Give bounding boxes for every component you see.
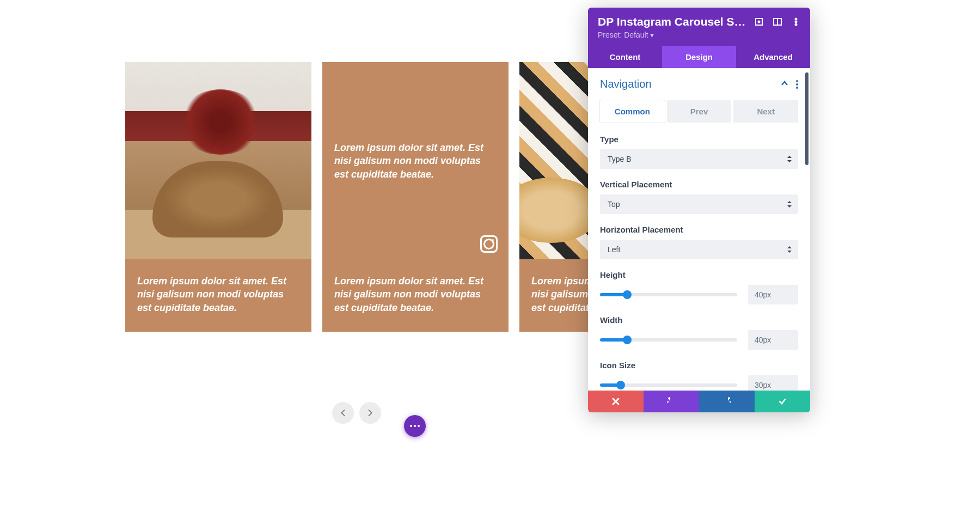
panel-scrollbar[interactable] <box>805 72 808 165</box>
width-slider[interactable] <box>600 338 737 342</box>
confirm-button[interactable] <box>755 391 810 412</box>
panel-body: Navigation Common Prev Next Type Type B … <box>588 68 810 391</box>
select-value: Type B <box>608 155 632 163</box>
slider-thumb[interactable] <box>623 336 632 344</box>
undo-icon <box>667 397 676 406</box>
svg-point-4 <box>795 19 797 20</box>
carousel-prev-button[interactable] <box>332 402 354 424</box>
field-label: Icon Size <box>600 361 798 370</box>
sort-caret-icon <box>787 156 792 162</box>
check-icon <box>778 397 787 406</box>
instagram-icon <box>480 235 498 253</box>
horizontal-placement-select[interactable]: Left <box>600 240 798 259</box>
carousel-nav <box>332 402 381 424</box>
sort-caret-icon <box>787 246 792 253</box>
select-value: Top <box>608 200 620 209</box>
carousel: Lorem ipsum dolor sit amet. Est nisi gal… <box>125 62 588 332</box>
slider-thumb[interactable] <box>616 381 625 389</box>
tab-advanced[interactable]: Advanced <box>736 46 810 68</box>
sort-caret-icon <box>787 201 792 208</box>
field-label: Width <box>600 315 798 325</box>
navigation-subtabs: Common Prev Next <box>600 100 798 123</box>
chevron-left-icon <box>340 409 346 417</box>
expand-icon[interactable] <box>755 17 763 26</box>
panel-tabs: Content Design Advanced <box>588 46 810 68</box>
carousel-cards: Lorem ipsum dolor sit amet. Est nisi gal… <box>125 62 588 332</box>
svg-point-5 <box>795 21 797 23</box>
columns-icon[interactable] <box>773 17 782 26</box>
svg-point-1 <box>758 21 760 23</box>
card-image <box>519 62 589 259</box>
card-caption: Lorem ipsum dolor sit amet. Est nisi gal… <box>322 259 509 332</box>
select-value: Left <box>608 245 620 254</box>
card-image: Lorem ipsum dolor sit amet. Est nisi gal… <box>322 62 509 259</box>
panel-preset[interactable]: Preset: Default ▾ <box>598 31 749 39</box>
section-title: Navigation <box>600 78 652 90</box>
panel-header: DP Instagram Carousel Setti… Preset: Def… <box>588 8 810 46</box>
chevron-right-icon <box>367 409 373 417</box>
section-header[interactable]: Navigation <box>600 78 798 90</box>
dots-horizontal-icon <box>414 425 416 427</box>
carousel-next-button[interactable] <box>359 402 381 424</box>
carousel-card[interactable]: Lorem ipsum dolor sit amet. Est nisi gal… <box>125 62 311 332</box>
subtab-common[interactable]: Common <box>600 100 665 123</box>
panel-footer <box>588 391 810 412</box>
field-label: Horizontal Placement <box>600 225 798 234</box>
redo-button[interactable] <box>699 391 755 412</box>
undo-button[interactable] <box>644 391 699 412</box>
svg-point-6 <box>795 24 797 26</box>
field-vertical-placement: Vertical Placement Top <box>600 180 798 214</box>
carousel-card[interactable]: Lorem ipsum dolor sit amet. Est nisi gal… <box>322 62 509 332</box>
field-height: Height 40px <box>600 270 798 304</box>
tab-content[interactable]: Content <box>588 46 662 68</box>
field-label: Height <box>600 270 798 279</box>
card-image <box>125 62 311 259</box>
carousel-card[interactable]: Lorem ipsum dolor sit amet. Est nisi gal… <box>519 62 589 332</box>
card-caption: Lorem ipsum dolor sit amet. Est nisi gal… <box>519 259 589 332</box>
slider-thumb[interactable] <box>623 290 632 299</box>
close-icon <box>611 397 620 406</box>
redo-icon <box>722 397 731 406</box>
panel-title: DP Instagram Carousel Setti… <box>598 15 749 28</box>
field-width: Width 40px <box>600 315 798 350</box>
cancel-button[interactable] <box>588 391 644 412</box>
subtab-next[interactable]: Next <box>733 100 798 123</box>
subtab-prev[interactable]: Prev <box>667 100 732 123</box>
field-icon-size: Icon Size 30px <box>600 361 798 391</box>
floating-actions-button[interactable] <box>404 415 426 437</box>
field-type: Type Type B <box>600 135 798 169</box>
settings-panel: DP Instagram Carousel Setti… Preset: Def… <box>588 8 810 412</box>
card-caption: Lorem ipsum dolor sit amet. Est nisi gal… <box>125 259 311 332</box>
type-select[interactable]: Type B <box>600 149 798 169</box>
icon-size-slider[interactable] <box>600 383 737 387</box>
card-overlay-text: Lorem ipsum dolor sit amet. Est nisi gal… <box>334 141 497 181</box>
vertical-placement-select[interactable]: Top <box>600 194 798 214</box>
height-value-input[interactable]: 40px <box>748 285 798 304</box>
tab-design[interactable]: Design <box>662 46 736 68</box>
field-horizontal-placement: Horizontal Placement Left <box>600 225 798 259</box>
width-value-input[interactable]: 40px <box>748 330 798 350</box>
field-label: Vertical Placement <box>600 180 798 189</box>
kebab-menu-icon[interactable] <box>792 17 800 26</box>
kebab-menu-icon[interactable] <box>796 83 798 86</box>
height-slider[interactable] <box>600 293 737 296</box>
chevron-up-icon[interactable] <box>781 80 788 89</box>
field-label: Type <box>600 135 798 144</box>
icon-size-value-input[interactable]: 30px <box>748 375 798 391</box>
